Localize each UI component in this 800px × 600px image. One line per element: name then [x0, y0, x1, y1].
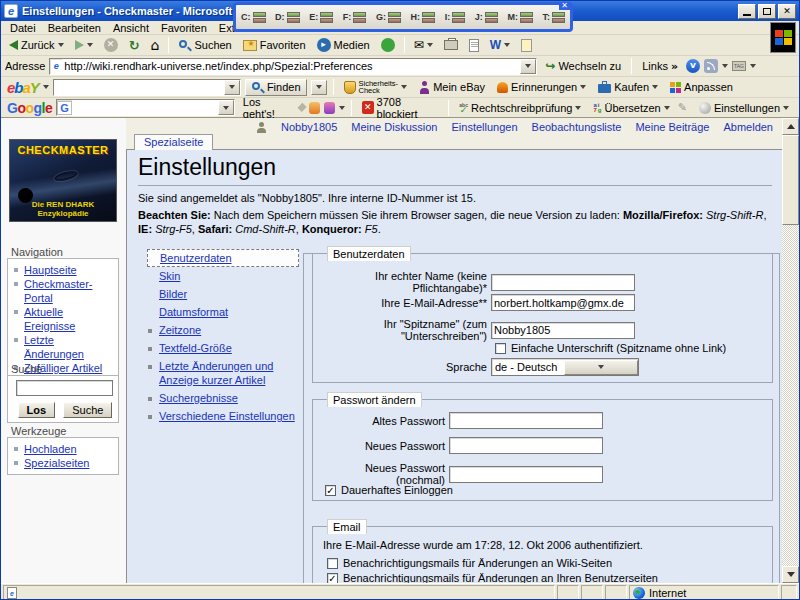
language-select[interactable]: de - Deutsch: [491, 358, 639, 376]
customize-button[interactable]: Anpassen: [666, 79, 737, 95]
menu-datei[interactable]: Datei: [5, 22, 41, 34]
widget-close-icon[interactable]: ✕: [559, 2, 570, 10]
wiki-logo[interactable]: CHECKMASTER Die REN DHARK Enzyklopädie: [9, 139, 117, 222]
pref-tab-skin[interactable]: Skin: [147, 267, 299, 285]
restore-button[interactable]: [758, 4, 776, 19]
ebay-search-dropdown-button[interactable]: [224, 80, 240, 95]
search-fulltext-button[interactable]: Suche: [63, 402, 112, 418]
buy-button[interactable]: Kaufen: [594, 79, 662, 95]
notify-pages-checkbox[interactable]: [327, 558, 338, 569]
retype-password-input[interactable]: [449, 466, 603, 483]
stop-button[interactable]: ✕: [100, 36, 122, 54]
tag-icon[interactable]: TAG: [732, 61, 746, 71]
reminders-button[interactable]: Erinnerungen: [493, 79, 590, 95]
sidebar-item-aenderungen[interactable]: Letzte Änderungen: [14, 333, 116, 361]
word-dropdown-icon[interactable]: [504, 43, 510, 47]
address-dropdown-button[interactable]: [520, 59, 536, 74]
tag-dropdown-icon[interactable]: [750, 64, 756, 68]
nickname-input[interactable]: [491, 322, 635, 339]
favorites-button[interactable]: ★Favoriten: [239, 37, 310, 53]
watchlist-link[interactable]: Beobachtungsliste: [532, 121, 622, 133]
email-input[interactable]: [491, 294, 635, 311]
scroll-thumb[interactable]: [782, 135, 799, 225]
contributions-link[interactable]: Meine Beiträge: [635, 121, 709, 133]
remember-login-checkbox[interactable]: ✓: [325, 485, 336, 496]
pref-tab-benutzerdaten[interactable]: Benutzerdaten: [147, 249, 299, 267]
safety-dropdown-icon[interactable]: [401, 85, 407, 89]
menu-ansicht[interactable]: Ansicht: [108, 22, 154, 34]
scroll-up-button[interactable]: [782, 118, 799, 135]
print-button[interactable]: [440, 38, 462, 52]
scroll-down-button[interactable]: [782, 566, 799, 583]
ebay-search-input[interactable]: [54, 80, 224, 95]
google-search-input[interactable]: [72, 100, 218, 115]
menu-bearbeiten[interactable]: Bearbeiten: [43, 22, 106, 34]
edit-button[interactable]: [465, 37, 483, 54]
highlight-icon[interactable]: [324, 102, 335, 114]
pagerank-icon[interactable]: [309, 102, 320, 114]
ebay-find-dropdown-button[interactable]: [311, 80, 327, 95]
google-settings-button[interactable]: Einstellungen: [695, 100, 793, 116]
download-helper-icon[interactable]: v: [686, 59, 700, 73]
feed-dropdown-icon[interactable]: [722, 64, 728, 68]
spellcheck-dropdown-icon[interactable]: [575, 106, 581, 110]
sidebar-item-ereignisse[interactable]: Aktuelle Ereignisse: [14, 305, 116, 333]
my-ebay-button[interactable]: Mein eBay: [415, 79, 489, 96]
search-button[interactable]: Suchen: [174, 37, 235, 54]
back-dropdown-icon[interactable]: [58, 43, 64, 47]
pref-tab-bilder[interactable]: Bilder: [147, 285, 299, 303]
pref-tab-letzte-aenderungen[interactable]: Letzte Änderungen und Anzeige kurzer Art…: [147, 357, 299, 389]
minimize-button[interactable]: [738, 4, 756, 19]
back-button[interactable]: Zurück: [5, 37, 68, 53]
my-talk-link[interactable]: Meine Diskussion: [351, 121, 437, 133]
refresh-button[interactable]: ↻: [125, 36, 144, 55]
ebay-logo-dropdown-icon[interactable]: [43, 85, 49, 89]
forward-button[interactable]: [71, 38, 97, 52]
pref-tab-datumsformat[interactable]: Datumsformat: [147, 303, 299, 321]
notify-user-checkbox[interactable]: ✓: [327, 573, 338, 584]
pref-tab-suchergebnisse[interactable]: Suchergebnisse: [147, 389, 299, 407]
mail-button[interactable]: ✉: [410, 36, 437, 54]
tab-spezialseite[interactable]: Spezialseite: [134, 134, 213, 150]
pref-tab-verschiedene[interactable]: Verschiedene Einstellungen: [147, 407, 299, 425]
google-search-dropdown-button[interactable]: [218, 100, 234, 115]
sidebar-item-hochladen[interactable]: Hochladen: [14, 442, 116, 456]
history-button[interactable]: [377, 36, 399, 54]
preferences-link[interactable]: Einstellungen: [451, 121, 517, 133]
realname-input[interactable]: [491, 274, 635, 291]
go-button[interactable]: ↪Wechseln zu: [541, 57, 625, 75]
spellcheck-button[interactable]: abc✓Rechtschreibprüfung: [455, 100, 585, 116]
translate-button[interactable]: a7igÜbersetzen: [589, 100, 673, 116]
home-button[interactable]: ⌂: [147, 35, 164, 55]
google-options-dropdown-icon[interactable]: [339, 106, 345, 110]
sidebar-item-spezialseiten[interactable]: Spezialseiten: [14, 456, 116, 470]
ebay-logo[interactable]: ebaY: [7, 79, 39, 96]
new-password-input[interactable]: [449, 437, 603, 454]
simple-signature-checkbox[interactable]: [495, 343, 506, 354]
discuss-button[interactable]: [517, 37, 536, 54]
settings-dropdown-icon[interactable]: [783, 106, 789, 110]
buy-dropdown-icon[interactable]: [652, 85, 658, 89]
sidebar-item-hauptseite[interactable]: Hauptseite: [14, 263, 116, 277]
translate-dropdown-icon[interactable]: [664, 106, 670, 110]
google-logo[interactable]: Google: [7, 100, 52, 116]
username-link[interactable]: Nobby1805: [281, 121, 337, 133]
close-button[interactable]: ✕: [778, 4, 796, 19]
word-button[interactable]: W: [486, 36, 514, 54]
sidebar-item-portal[interactable]: Checkmaster-Portal: [14, 277, 116, 305]
language-dropdown-button[interactable]: [564, 360, 638, 375]
media-button[interactable]: ▸Medien: [313, 36, 374, 54]
pref-tab-zeitzone[interactable]: Zeitzone: [147, 321, 299, 339]
pen-icon[interactable]: ✎: [678, 101, 687, 114]
logout-link[interactable]: Abmelden: [723, 121, 773, 133]
search-go-button[interactable]: Los: [18, 402, 56, 418]
address-input[interactable]: [62, 59, 520, 74]
resize-grip[interactable]: [781, 585, 797, 600]
drive-monitor-widget[interactable]: ✕ C: D: E: F: G: H: I: J: M: T:: [233, 2, 573, 32]
menu-favoriten[interactable]: Favoriten: [156, 22, 212, 34]
mail-dropdown-icon[interactable]: [427, 43, 433, 47]
pref-tab-textfeld[interactable]: Textfeld-Größe: [147, 339, 299, 357]
vertical-scrollbar[interactable]: [782, 118, 799, 583]
sidebar-search-input[interactable]: [16, 380, 113, 396]
forward-dropdown-icon[interactable]: [87, 43, 93, 47]
